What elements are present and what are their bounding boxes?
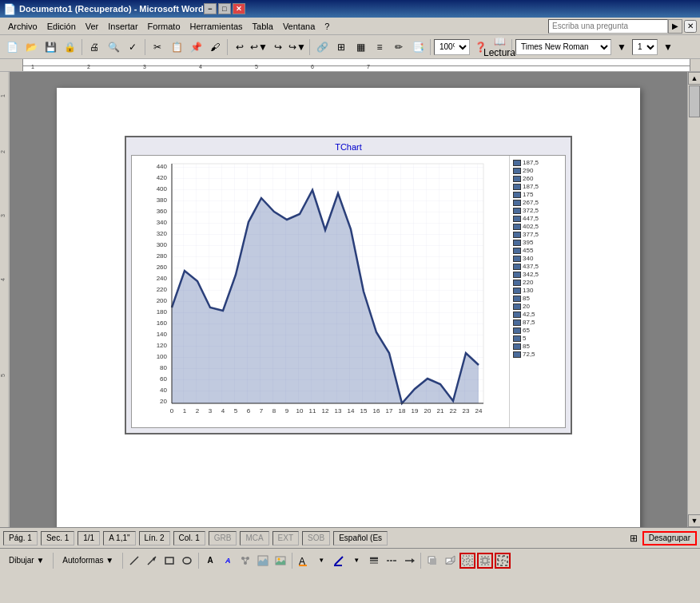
menu-insertar[interactable]: Insertar — [103, 20, 142, 33]
desagrupar-icon: ⊞ — [630, 533, 638, 544]
close-button[interactable]: ✕ — [233, 3, 245, 14]
menu-edicion[interactable]: Edición — [42, 20, 81, 33]
redo-arrow[interactable]: ↪▼ — [288, 38, 306, 56]
status-section: Sec. 1 — [41, 531, 74, 545]
fill-color-arrow[interactable]: ▼ — [313, 553, 329, 569]
scroll-thumb[interactable] — [689, 85, 700, 117]
legend-color — [513, 319, 521, 326]
cut-button[interactable]: ✂ — [149, 38, 166, 56]
save-button[interactable]: 💾 — [42, 38, 59, 56]
svg-text:360: 360 — [157, 208, 168, 215]
format-painter[interactable]: 🖌 — [206, 38, 224, 56]
diagram-tool[interactable] — [237, 553, 253, 569]
line-color-arrow[interactable]: ▼ — [348, 553, 364, 569]
scroll-down-button[interactable]: ▼ — [688, 514, 700, 527]
menu-tabla[interactable]: Tabla — [248, 20, 278, 33]
sep4 — [309, 39, 310, 55]
copy-button[interactable]: 📋 — [168, 38, 185, 56]
font-name-arrow[interactable]: ▼ — [613, 38, 630, 56]
help-close-button[interactable]: ✕ — [684, 20, 697, 33]
undo-button[interactable]: ↩ — [231, 38, 249, 56]
svg-text:0: 0 — [170, 407, 174, 415]
menu-help[interactable]: ? — [320, 20, 334, 33]
arrow-tool[interactable] — [144, 553, 160, 569]
line-tool[interactable] — [126, 553, 142, 569]
menu-herramientas[interactable]: Herramientas — [185, 20, 248, 33]
regroup-tool[interactable] — [495, 553, 511, 569]
svg-text:19: 19 — [412, 407, 419, 415]
permission-button[interactable]: 🔒 — [61, 38, 78, 56]
font-size-select[interactable]: 12 10 14 — [632, 39, 658, 55]
legend-color — [513, 280, 521, 286]
legend-label-18: 20 — [523, 303, 530, 310]
legend-color — [513, 248, 521, 254]
oval-tool[interactable] — [179, 553, 195, 569]
legend-color — [513, 296, 521, 302]
minimize-button[interactable]: − — [204, 3, 217, 14]
line-color-tool[interactable] — [331, 553, 347, 569]
dash-style-tool[interactable] — [384, 553, 400, 569]
table-button[interactable]: ⊞ — [332, 38, 350, 56]
ungroup-tool[interactable] — [477, 553, 493, 569]
wordart-tool[interactable]: A — [220, 553, 236, 569]
group-tool[interactable] — [459, 553, 475, 569]
menu-archivo[interactable]: Archivo — [3, 20, 42, 33]
help-go-button[interactable]: ▶ — [668, 19, 682, 34]
chart-inner: 20 40 60 80 100 120 140 160 180 200 220 … — [131, 155, 566, 428]
spellcheck-button[interactable]: ✓ — [124, 38, 141, 56]
fill-color-tool[interactable]: A — [296, 553, 312, 569]
print-button[interactable]: 🖨 — [86, 38, 103, 56]
paste-button[interactable]: 📌 — [187, 38, 205, 56]
status-ext[interactable]: EXT — [272, 531, 299, 545]
autoformas-button[interactable]: Autoformas ▼ — [57, 553, 119, 569]
arrow-style-tool[interactable] — [401, 553, 417, 569]
insert-picture-tool[interactable] — [272, 553, 288, 569]
redo-button[interactable]: ↪ — [269, 38, 287, 56]
svg-text:400: 400 — [157, 185, 168, 192]
font-name-select[interactable]: Times New Roman — [515, 39, 611, 55]
line-style-tool[interactable] — [366, 553, 382, 569]
rect-tool[interactable] — [161, 553, 177, 569]
hyperlink-button[interactable]: 🔗 — [313, 38, 331, 56]
open-button[interactable]: 📂 — [22, 38, 40, 56]
preview-button[interactable]: 🔍 — [105, 38, 122, 56]
maximize-button[interactable]: □ — [218, 3, 231, 14]
draw-sep2 — [122, 553, 123, 569]
threed-tool[interactable] — [442, 553, 458, 569]
svg-text:320: 320 — [157, 230, 168, 237]
menu-ventana[interactable]: Ventana — [278, 20, 320, 33]
reader-button[interactable]: 📖 Lectura — [491, 38, 508, 56]
new-button[interactable]: 📄 — [3, 38, 21, 56]
svg-text:9: 9 — [285, 407, 289, 415]
zoom-select[interactable]: 100% 75% 150% — [434, 39, 470, 55]
shadow-tool[interactable] — [424, 553, 440, 569]
docmap-button[interactable]: 📑 — [409, 38, 427, 56]
clipart-tool[interactable] — [255, 553, 271, 569]
legend-color — [513, 256, 521, 262]
svg-text:6: 6 — [311, 64, 314, 69]
scroll-up-button[interactable]: ▲ — [688, 72, 700, 85]
scroll-track[interactable] — [688, 85, 700, 514]
help-input[interactable] — [548, 19, 668, 34]
dibujar-button[interactable]: Dibujar ▼ — [3, 553, 50, 569]
document-area[interactable]: TChart 20 — [10, 72, 687, 527]
status-grb[interactable]: GRB — [209, 531, 237, 545]
drawing-button[interactable]: ✏ — [390, 38, 408, 56]
status-lin: Lín. 2 — [139, 531, 170, 545]
status-mca[interactable]: MCA — [240, 531, 268, 545]
ruler-inner: 1 2 3 4 5 6 7 — [22, 59, 690, 71]
legend-label-24: 72,5 — [523, 351, 535, 358]
desagrupar-button[interactable]: Desagrupar — [642, 531, 697, 545]
menu-ver[interactable]: Ver — [81, 20, 104, 33]
textbox-tool[interactable]: A — [202, 553, 218, 569]
status-sob[interactable]: SOB — [302, 531, 330, 545]
legend-item: 87,5 — [513, 319, 562, 326]
legend-color — [513, 200, 521, 206]
menu-formato[interactable]: Formato — [143, 20, 185, 33]
font-size-arrow[interactable]: ▼ — [659, 38, 677, 56]
legend-item: 437,5 — [513, 263, 562, 270]
legend-label-10: 395 — [523, 239, 533, 246]
columns-button[interactable]: ≡ — [371, 38, 388, 56]
undo-arrow[interactable]: ↩▼ — [250, 38, 268, 56]
insert-table-button[interactable]: ▦ — [352, 38, 369, 56]
